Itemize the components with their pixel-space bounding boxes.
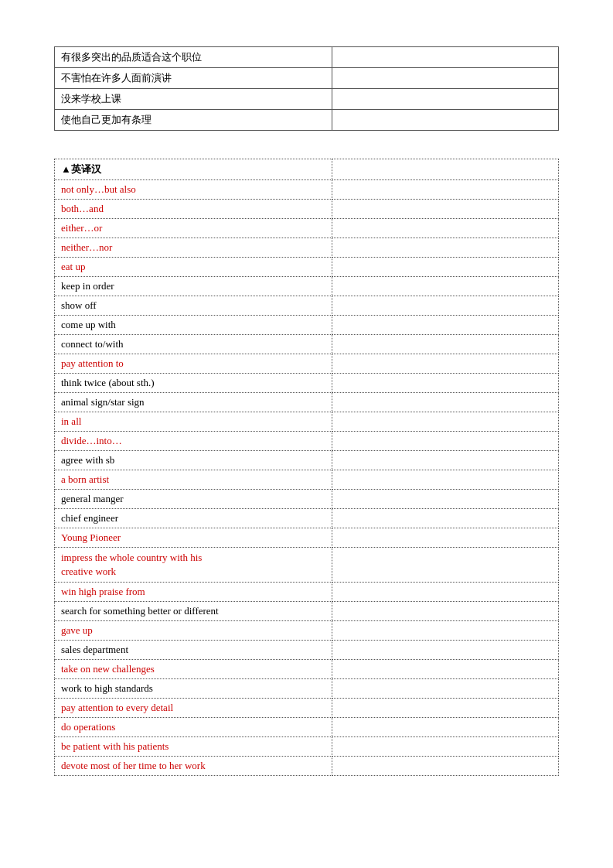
translation-cell: [332, 296, 558, 316]
english-phrase: not only…but also: [55, 180, 332, 200]
english-phrase: show off: [55, 296, 332, 316]
answer-cell: [332, 68, 558, 89]
table-row: both…and: [55, 200, 559, 219]
table-row: work to high standards: [55, 679, 559, 699]
translation-cell: [332, 316, 558, 335]
english-phrase: agree with sb: [55, 451, 332, 470]
table-row: keep in order: [55, 277, 559, 296]
translation-cell: [332, 470, 558, 490]
table-row: do operations: [55, 718, 559, 737]
translation-cell: [332, 757, 558, 776]
table-row: connect to/with: [55, 335, 559, 354]
translation-cell: [332, 602, 558, 621]
english-phrase: devote most of her time to her work: [55, 757, 332, 776]
table-row: gave up: [55, 621, 559, 641]
english-phrase: work to high standards: [55, 679, 332, 699]
english-phrase: be patient with his patients: [55, 737, 332, 757]
chinese-text: 有很多突出的品质适合这个职位: [55, 47, 332, 68]
translation-cell: [332, 660, 558, 679]
table-row: impress the whole country with hiscreati…: [55, 548, 559, 583]
translation-cell: [332, 219, 558, 238]
table-row: Young Pioneer: [55, 528, 559, 548]
translation-cell: [332, 583, 558, 602]
english-phrase: take on new challenges: [55, 660, 332, 679]
english-phrase: either…or: [55, 219, 332, 238]
translation-cell: [332, 451, 558, 470]
english-phrase: impress the whole country with hiscreati…: [55, 548, 332, 583]
main-table: ▲英译汉not only…but alsoboth…andeither…orne…: [54, 159, 559, 776]
translation-cell: [332, 679, 558, 699]
translation-cell: [332, 354, 558, 374]
translation-cell: [332, 393, 558, 412]
table-row: show off: [55, 296, 559, 316]
table-row: 使他自己更加有条理: [55, 110, 559, 131]
english-phrase: in all: [55, 412, 332, 432]
table-row: a born artist: [55, 470, 559, 490]
table-row: sales department: [55, 641, 559, 660]
english-phrase: sales department: [55, 641, 332, 660]
english-phrase: chief engineer: [55, 509, 332, 528]
english-phrase: pay attention to every detail: [55, 699, 332, 718]
table-row: search for something better or different: [55, 602, 559, 621]
english-phrase: connect to/with: [55, 335, 332, 354]
english-phrase: neither…nor: [55, 238, 332, 258]
translation-cell: [332, 528, 558, 548]
english-phrase: keep in order: [55, 277, 332, 296]
table-row: pay attention to: [55, 354, 559, 374]
english-phrase: Young Pioneer: [55, 528, 332, 548]
table-row: come up with: [55, 316, 559, 335]
top-table: 有很多突出的品质适合这个职位不害怕在许多人面前演讲没来学校上课使他自己更加有条理: [54, 46, 559, 131]
english-phrase: both…and: [55, 200, 332, 219]
english-phrase: eat up: [55, 258, 332, 277]
table-row: eat up: [55, 258, 559, 277]
translation-cell: [332, 641, 558, 660]
translation-cell: [332, 548, 558, 583]
translation-cell: [332, 490, 558, 509]
english-phrase: animal sign/star sign: [55, 393, 332, 412]
chinese-text: 不害怕在许多人面前演讲: [55, 68, 332, 89]
english-phrase: think twice (about sth.): [55, 374, 332, 393]
translation-cell: [332, 621, 558, 641]
translation-cell: [332, 509, 558, 528]
translation-cell: [332, 335, 558, 354]
translation-cell: [332, 718, 558, 737]
table-row: chief engineer: [55, 509, 559, 528]
table-row: not only…but also: [55, 180, 559, 200]
english-phrase: general manger: [55, 490, 332, 509]
table-row: in all: [55, 412, 559, 432]
table-row: 没来学校上课: [55, 89, 559, 110]
english-phrase: gave up: [55, 621, 332, 641]
translation-cell: [332, 412, 558, 432]
translation-cell: [332, 699, 558, 718]
table-row: devote most of her time to her work: [55, 757, 559, 776]
translation-cell: [332, 737, 558, 757]
translation-cell: [332, 277, 558, 296]
table-row: be patient with his patients: [55, 737, 559, 757]
english-phrase: pay attention to: [55, 354, 332, 374]
chinese-text: 使他自己更加有条理: [55, 110, 332, 131]
translation-cell: [332, 432, 558, 451]
answer-cell: [332, 47, 558, 68]
table-row: divide…into…: [55, 432, 559, 451]
english-phrase: a born artist: [55, 470, 332, 490]
answer-cell: [332, 110, 558, 131]
translation-cell: [332, 180, 558, 200]
table-row: pay attention to every detail: [55, 699, 559, 718]
table-row: take on new challenges: [55, 660, 559, 679]
table-row: general manger: [55, 490, 559, 509]
table-row: either…or: [55, 219, 559, 238]
translation-cell: [332, 200, 558, 219]
chinese-text: 没来学校上课: [55, 89, 332, 110]
table-row: animal sign/star sign: [55, 393, 559, 412]
table-row: 不害怕在许多人面前演讲: [55, 68, 559, 89]
table-row: ▲英译汉: [55, 159, 559, 180]
translation-cell: [332, 374, 558, 393]
english-phrase: divide…into…: [55, 432, 332, 451]
section-header: ▲英译汉: [55, 159, 332, 180]
table-row: agree with sb: [55, 451, 559, 470]
answer-cell: [332, 89, 558, 110]
section-header-right: [332, 159, 558, 180]
table-row: 有很多突出的品质适合这个职位: [55, 47, 559, 68]
english-phrase: do operations: [55, 718, 332, 737]
english-phrase: win high praise from: [55, 583, 332, 602]
